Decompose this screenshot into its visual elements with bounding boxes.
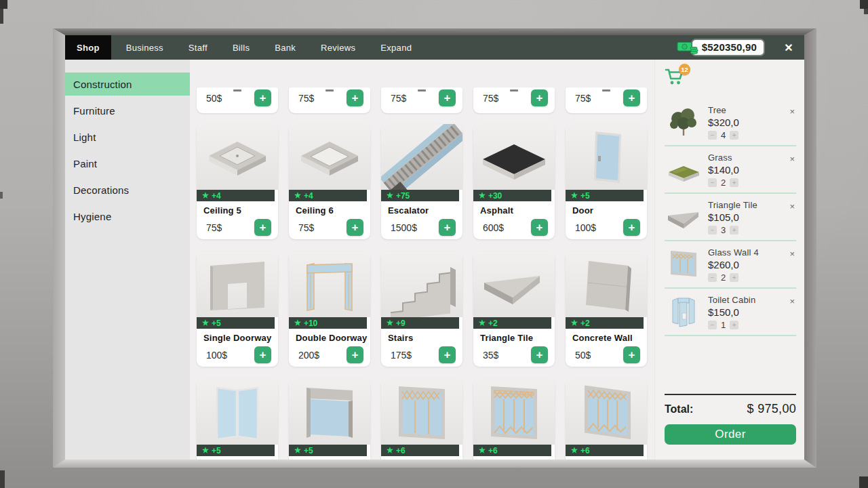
add-to-cart-button[interactable]: + — [623, 346, 640, 363]
increase-qty-button[interactable]: + — [730, 226, 738, 235]
item-price-row: 50$ + — [566, 346, 647, 367]
topbar-tab-label: Shop — [77, 43, 100, 53]
rating-value: +4 — [212, 191, 221, 201]
cart-item: Triangle Tile $105,0 − 3 + × — [665, 194, 796, 241]
sidebar-item-paint[interactable]: Paint — [65, 152, 190, 175]
total-divider — [665, 394, 796, 395]
topbar-tab-label: Business — [126, 43, 163, 53]
item-name — [473, 456, 555, 460]
decrease-qty-button[interactable]: − — [708, 131, 717, 140]
shopping-cart-icon[interactable]: 12 — [665, 67, 689, 89]
item-name — [381, 456, 462, 460]
rating-value: +6 — [488, 446, 498, 455]
cart-item-price: $260,0 — [708, 259, 788, 270]
increase-qty-button[interactable]: + — [730, 178, 738, 187]
star-icon: ★ — [202, 192, 209, 199]
shop-item-card: ★ 75$ + — [381, 87, 462, 113]
cart-item-name: Tree — [708, 105, 788, 115]
close-button[interactable]: ✕ — [778, 35, 799, 60]
add-to-cart-button[interactable]: + — [254, 89, 271, 106]
add-to-cart-button[interactable]: + — [347, 219, 363, 236]
sidebar-category-label: Furniture — [73, 105, 115, 117]
item-grid-row: ★ +5 + ★ +5 + ★ +6 + — [197, 379, 647, 460]
sidebar-item-light[interactable]: Light — [65, 125, 190, 148]
add-to-cart-button[interactable]: + — [254, 219, 271, 236]
cart-item: Toilet Cabin $150,0 − 1 + × — [665, 289, 796, 336]
topbar-tab-business[interactable]: Business — [116, 35, 174, 60]
item-price: 75$ — [298, 93, 314, 104]
clipped-text-remnant — [510, 89, 518, 92]
item-image — [566, 251, 647, 317]
item-price-row: 100$ + — [566, 219, 647, 239]
rating-value: +5 — [580, 191, 590, 201]
item-image — [473, 379, 555, 445]
star-icon: ★ — [479, 447, 486, 454]
item-price-row: 175$ + — [381, 346, 462, 367]
cart-item: Grass $140,0 − 2 + × — [665, 146, 796, 194]
add-to-cart-button[interactable]: + — [254, 346, 271, 363]
add-to-cart-button[interactable]: + — [531, 346, 548, 363]
rating-badge: ★ +9 — [381, 317, 459, 329]
increase-qty-button[interactable]: + — [730, 321, 738, 329]
item-image — [381, 379, 462, 445]
star-icon: ★ — [202, 319, 209, 327]
rating-value: +2 — [580, 319, 590, 328]
decrease-qty-button[interactable]: − — [708, 226, 717, 235]
sidebar-item-hygiene[interactable]: Hygiene — [65, 205, 190, 228]
topbar-tab-bank[interactable]: Bank — [264, 35, 306, 60]
add-to-cart-button[interactable]: + — [439, 89, 456, 106]
decrease-qty-button[interactable]: − — [708, 321, 717, 329]
add-to-cart-button[interactable]: + — [347, 346, 363, 363]
item-price-row: 75$ + — [197, 219, 278, 239]
add-to-cart-button[interactable]: + — [439, 219, 456, 236]
add-to-cart-button[interactable]: + — [347, 89, 363, 106]
add-to-cart-button[interactable]: + — [531, 219, 548, 236]
topbar-tab-reviews[interactable]: Reviews — [311, 35, 366, 60]
rating-badge: ★ +30 — [473, 190, 551, 201]
topbar-tab-staff[interactable]: Staff — [178, 35, 218, 60]
star-icon: ★ — [294, 319, 301, 327]
topbar-tab-shop[interactable]: Shop — [65, 35, 111, 60]
rating-value: +10 — [304, 319, 317, 328]
item-grid-row: ★ +5 Single Doorway 100$ + ★ +10 Double … — [197, 251, 647, 367]
item-price-row: 200$ + — [289, 346, 370, 367]
topbar-tab-bills[interactable]: Bills — [222, 35, 260, 60]
topbar-tab-label: Bills — [233, 43, 250, 53]
item-grid: ★ 50$ + ★ 75$ + ★ 75$ + — [190, 60, 654, 460]
item-image — [289, 124, 370, 190]
topbar-tab-label: Bank — [275, 43, 296, 53]
decrease-qty-button[interactable]: − — [708, 273, 717, 282]
remove-cart-item-button[interactable]: × — [788, 154, 796, 164]
cart-item-qty: 4 — [721, 130, 726, 140]
screen-recess-right — [804, 28, 816, 468]
remove-cart-item-button[interactable]: × — [788, 106, 796, 117]
cart-item-image — [665, 152, 703, 185]
item-name: Escalator — [381, 201, 462, 219]
wall-corner-mark — [0, 9, 3, 24]
order-button[interactable]: Order — [665, 424, 796, 445]
shop-item-card: ★ +10 Double Doorway 200$ + — [289, 251, 370, 367]
wall-corner-mark — [864, 9, 868, 14]
remove-cart-item-button[interactable]: × — [788, 249, 796, 259]
add-to-cart-button[interactable]: + — [531, 89, 548, 106]
increase-qty-button[interactable]: + — [730, 131, 738, 140]
topbar-tab-expand[interactable]: Expand — [370, 35, 422, 60]
rating-value: +5 — [212, 319, 221, 328]
star-icon: ★ — [387, 447, 393, 454]
item-image — [566, 379, 647, 445]
cart-item-qty-controls: − 2 + — [708, 272, 788, 283]
decrease-qty-button[interactable]: − — [708, 178, 717, 187]
sidebar-item-furniture[interactable]: Furniture — [65, 99, 190, 122]
shop-item-card: ★ 75$ + — [566, 87, 647, 113]
wall-corner-mark — [859, 476, 868, 488]
sidebar-item-construction[interactable]: Construction — [65, 73, 190, 96]
item-price-row: 35$ + — [473, 346, 555, 367]
add-to-cart-button[interactable]: + — [439, 346, 456, 363]
add-to-cart-button[interactable]: + — [623, 89, 640, 106]
rating-badge: ★ +4 — [289, 190, 367, 201]
sidebar-item-decorations[interactable]: Decorations — [65, 178, 190, 201]
increase-qty-button[interactable]: + — [730, 273, 738, 282]
remove-cart-item-button[interactable]: × — [788, 296, 796, 306]
remove-cart-item-button[interactable]: × — [788, 201, 796, 211]
add-to-cart-button[interactable]: + — [623, 219, 640, 236]
